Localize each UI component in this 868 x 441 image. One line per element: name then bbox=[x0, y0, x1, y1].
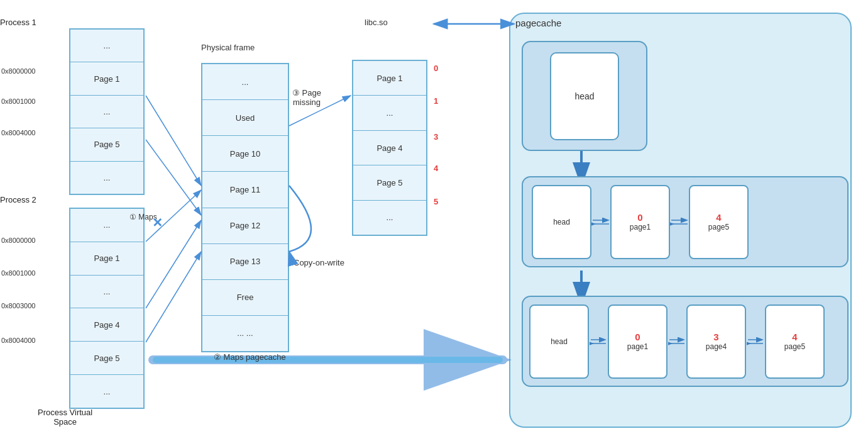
pc-row2-page5-lbl: page5 bbox=[708, 223, 729, 232]
cow-label: Copy-on-write bbox=[294, 258, 344, 267]
pc-head-box-1: head bbox=[550, 52, 619, 140]
proc2-cell-4: Page 5 bbox=[70, 342, 143, 375]
libc-label: libc.so bbox=[365, 18, 388, 27]
addr-p2-2: 0x8003000 bbox=[1, 302, 35, 310]
idx-4: 4 bbox=[434, 164, 438, 173]
pc-row3-page1: 0 page1 bbox=[608, 304, 667, 379]
pc-row2-page1-lbl: page1 bbox=[630, 223, 651, 232]
phys-cell-7: ... ... bbox=[202, 316, 288, 351]
idx-5: 5 bbox=[434, 197, 438, 206]
pc-row2-head-label: head bbox=[553, 218, 570, 226]
idx-1: 1 bbox=[434, 96, 438, 106]
down-arrow-svg-2 bbox=[566, 271, 597, 299]
addr-p2-1: 0x8001000 bbox=[1, 269, 35, 277]
phys-cell-6: Free bbox=[202, 280, 288, 316]
pc-row3-head-label: head bbox=[551, 337, 568, 346]
pc-row3-page4-lbl: page4 bbox=[706, 342, 727, 351]
proc1-cell-0: ... bbox=[70, 30, 143, 62]
proc2-cell-5: ... bbox=[70, 375, 143, 408]
libc-cell-3: Page 5 bbox=[353, 165, 426, 200]
pc-row2-arrow1 bbox=[591, 216, 610, 228]
pc-row3-page5-num: 4 bbox=[792, 332, 797, 342]
libc-cell-2: Page 4 bbox=[353, 131, 426, 165]
idx-0: 0 bbox=[434, 64, 438, 73]
svg-line-33 bbox=[146, 252, 201, 342]
phys-cell-4: Page 12 bbox=[202, 208, 288, 244]
pc-row2-page1-num: 0 bbox=[637, 212, 642, 223]
addr-p1-2: 0x8004000 bbox=[1, 129, 35, 137]
pc-row3-arrow3 bbox=[746, 335, 765, 348]
proc2-cell-2: ... bbox=[70, 276, 143, 309]
pc-head-label-1: head bbox=[574, 91, 594, 101]
phys-cell-1: Used bbox=[202, 100, 288, 136]
libc-cell-1: ... bbox=[353, 96, 426, 130]
diagram: Process 1 ... Page 1 ... Page 5 ... 0x80… bbox=[0, 0, 868, 441]
addr-p2-3: 0x8004000 bbox=[1, 337, 35, 344]
svg-line-32 bbox=[146, 220, 201, 308]
proc1-cell-4: ... bbox=[70, 162, 143, 194]
svg-line-29 bbox=[146, 96, 201, 186]
page-missing-label: ③ Pagemissing bbox=[292, 88, 321, 107]
pc-row1: head bbox=[522, 41, 647, 151]
proc2-cell-1: Page 1 bbox=[70, 242, 143, 276]
pc-row3-page4: 3 page4 bbox=[686, 304, 746, 379]
svg-line-30 bbox=[146, 140, 201, 215]
proc1-cell-1: Page 1 bbox=[70, 62, 143, 95]
libc-cell-0: Page 1 bbox=[353, 61, 426, 96]
proc1-block: ... Page 1 ... Page 5 ... bbox=[69, 28, 145, 195]
pc-row2-arrow2 bbox=[670, 216, 689, 228]
libc-cell-4: ... bbox=[353, 201, 426, 235]
phys-label: Physical frame bbox=[201, 43, 255, 52]
process2-label: Process 2 bbox=[0, 195, 36, 204]
proc2-block: ... Page 1 ... Page 4 Page 5 ... bbox=[69, 208, 145, 409]
phys-cell-0: ... bbox=[202, 64, 288, 100]
pc-row2-head: head bbox=[532, 185, 591, 259]
pc-row3-page1-lbl: page1 bbox=[627, 342, 648, 351]
libc-block: Page 1 ... Page 4 Page 5 ... bbox=[352, 60, 427, 236]
pc-row3-page5-lbl: page5 bbox=[784, 342, 805, 351]
pc-row2-page5: 4 page5 bbox=[689, 185, 749, 259]
pc-row3-page5: 4 page5 bbox=[765, 304, 825, 379]
maps2-label: ② Maps pagecache bbox=[214, 352, 286, 362]
pagecache-label: pagecache bbox=[515, 18, 561, 28]
addr-p1-0: 0x8000000 bbox=[1, 67, 35, 75]
pc-row2-page1: 0 page1 bbox=[610, 185, 670, 259]
x-mark: ✕ bbox=[152, 215, 163, 230]
pc-row3-page4-num: 3 bbox=[713, 332, 718, 342]
phys-cell-5: Page 13 bbox=[202, 244, 288, 280]
pc-row2-page5-num: 4 bbox=[716, 212, 721, 223]
pc-row3-head: head bbox=[529, 304, 589, 379]
proc1-cell-2: ... bbox=[70, 96, 143, 128]
pc-row3: head 0 page1 bbox=[522, 296, 849, 387]
pc-row3-arrow1 bbox=[589, 335, 608, 348]
addr-p1-1: 0x8001000 bbox=[1, 98, 35, 105]
process1-label: Process 1 bbox=[0, 18, 36, 27]
pc-row2: head 0 page1 bbox=[522, 176, 849, 267]
idx-3: 3 bbox=[434, 132, 438, 142]
down-arrow-svg-1 bbox=[566, 151, 597, 179]
phys-block: ... Used Page 10 Page 11 Page 12 Page 13… bbox=[201, 63, 289, 352]
pvs-label: Process VirtualSpace bbox=[38, 408, 92, 427]
pc-row3-page1-num: 0 bbox=[635, 332, 640, 342]
proc1-cell-3: Page 5 bbox=[70, 128, 143, 161]
phys-cell-3: Page 11 bbox=[202, 172, 288, 208]
pc-row3-arrow2 bbox=[667, 335, 686, 348]
proc2-cell-3: Page 4 bbox=[70, 308, 143, 342]
addr-p2-0: 0x8000000 bbox=[1, 237, 35, 244]
phys-cell-2: Page 10 bbox=[202, 136, 288, 172]
